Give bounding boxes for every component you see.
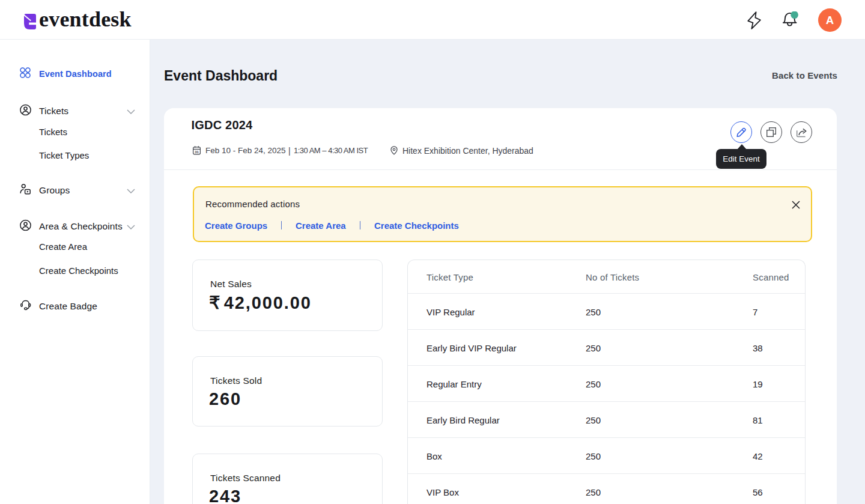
- svg-text:31: 31: [195, 150, 199, 154]
